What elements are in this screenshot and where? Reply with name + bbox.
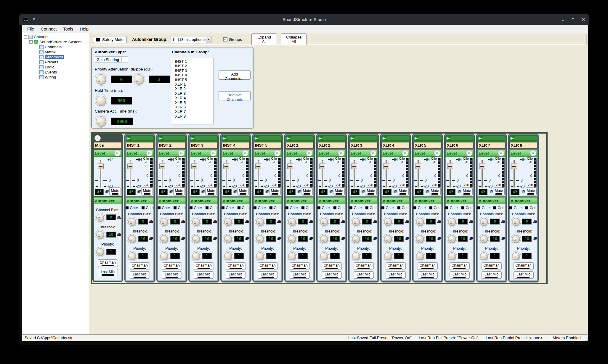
gate-indicator[interactable] [381, 206, 384, 209]
collapse-level-icon[interactable]: » [370, 150, 376, 156]
chairman-button[interactable]: Chairman [322, 262, 342, 270]
gate-indicator[interactable] [477, 206, 480, 209]
level-db-display[interactable]: 43 [479, 189, 487, 195]
threshold-value[interactable]: 10 [330, 236, 340, 242]
last-mic-button[interactable]: Last Mic [98, 269, 118, 276]
fader-handle[interactable] [479, 163, 485, 169]
hold-time-value[interactable]: 500 [111, 97, 132, 105]
threshold-value[interactable]: 10 [202, 236, 212, 242]
last-mic-button[interactable]: Last Mic [322, 271, 342, 279]
cam-indicator[interactable] [365, 206, 368, 209]
collapse-level-icon[interactable]: » [210, 150, 216, 156]
gate-indicator[interactable] [254, 206, 256, 209]
channel-list-item[interactable]: XLR 4 [172, 96, 214, 100]
threshold-knob[interactable] [255, 234, 265, 244]
threshold-knob[interactable] [159, 234, 169, 244]
close-icon[interactable]: ✕ [581, 17, 585, 22]
channels-in-group-list[interactable]: INST 1INST 2INST 3INST 4INST 5XLR 1XLR 2… [172, 58, 214, 124]
chairman-button[interactable]: Chairman [130, 262, 150, 270]
expander-icon[interactable]: - [24, 35, 27, 39]
fader-handle[interactable] [98, 163, 104, 169]
mute-button[interactable]: Mute [109, 187, 121, 195]
threshold-value[interactable]: 10 [298, 236, 308, 242]
threshold-knob[interactable] [447, 234, 457, 244]
level-db-display[interactable]: 43 [511, 189, 519, 195]
gate-indicator[interactable] [509, 206, 512, 209]
channel-bias-value[interactable]: 0 [522, 219, 532, 225]
fader-handle[interactable] [191, 163, 197, 169]
level-db-display[interactable]: 43 [255, 189, 264, 195]
fader-handle[interactable] [383, 163, 389, 169]
cam-indicator[interactable] [333, 206, 336, 209]
menu-tools[interactable]: Tools [60, 26, 76, 32]
collapse-level-icon[interactable]: » [434, 150, 440, 156]
fader-handle[interactable] [319, 163, 325, 169]
priority-knob[interactable] [127, 251, 137, 261]
gate-indicator[interactable] [317, 206, 320, 209]
priority-value[interactable]: 1 [330, 253, 340, 259]
channel-list-item[interactable]: INST 3 [172, 68, 214, 73]
priority-value[interactable]: 1 [106, 249, 116, 255]
channel-bias-knob[interactable] [127, 217, 137, 227]
chairman-button[interactable]: Chairman [418, 262, 438, 270]
channel-bias-knob[interactable] [191, 217, 201, 227]
threshold-knob[interactable] [191, 234, 201, 244]
threshold-knob[interactable] [415, 234, 425, 244]
threshold-knob[interactable] [127, 234, 137, 244]
last-mic-button[interactable]: Last Mic [226, 271, 246, 279]
cam-indicator[interactable] [238, 206, 240, 209]
last-mic-button[interactable]: Last Mic [354, 271, 374, 279]
cam-indicator[interactable] [461, 206, 464, 209]
channel-bias-value[interactable]: 0 [266, 219, 276, 225]
channel-bias-knob[interactable] [447, 217, 457, 227]
menu-connect[interactable]: Connect [37, 26, 60, 32]
level-db-display[interactable]: 43 [127, 189, 136, 195]
fader-handle[interactable] [159, 163, 165, 169]
chairman-button[interactable]: Chairman [386, 262, 406, 270]
channel-bias-value[interactable]: 0 [426, 219, 436, 225]
chairman-button[interactable]: Chairman [162, 262, 182, 270]
last-mic-button[interactable]: Last Mic [194, 271, 214, 279]
mute-button[interactable]: Mute [493, 187, 505, 195]
gate-indicator[interactable] [413, 206, 416, 209]
resize-grip[interactable] [583, 335, 588, 341]
gate-indicator[interactable] [126, 206, 129, 209]
mute-button[interactable]: Mute [173, 187, 185, 195]
channel-bias-value[interactable]: 0 [362, 219, 372, 225]
level-db-display[interactable]: 43 [447, 189, 455, 195]
chairman-button[interactable]: Chairman [194, 262, 214, 270]
last-mic-button[interactable]: Last Mic [258, 271, 278, 279]
priority-value[interactable]: 1 [138, 253, 148, 259]
threshold-value[interactable]: 10 [138, 236, 148, 242]
level-db-display[interactable]: 43 [383, 189, 392, 195]
threshold-value[interactable]: 10 [234, 236, 244, 242]
chairman-button[interactable]: Chairman [482, 262, 502, 270]
expander-icon[interactable]: - [29, 40, 33, 44]
mute-button[interactable]: Mute [205, 187, 217, 195]
priority-value[interactable]: 1 [490, 253, 500, 259]
tree-item-automixer[interactable]: Automixer [45, 55, 64, 59]
mute-button[interactable]: Mute [429, 187, 441, 195]
priority-attenuation-value[interactable]: 0 [111, 76, 132, 83]
priority-knob[interactable] [255, 251, 265, 261]
cam-indicator[interactable] [174, 206, 177, 209]
priority-knob[interactable] [415, 251, 425, 261]
channel-bias-value[interactable]: 0 [458, 219, 468, 225]
mute-button[interactable]: Mute [365, 187, 377, 195]
chairman-button[interactable]: Chairman [258, 262, 278, 270]
priority-value[interactable]: 1 [234, 253, 244, 259]
collapse-group-icon[interactable]: « [94, 135, 101, 141]
cam-indicator[interactable] [525, 206, 528, 209]
fader-handle[interactable] [223, 163, 229, 169]
cam-indicator[interactable] [206, 206, 208, 209]
threshold-value[interactable]: 10 [458, 236, 468, 242]
collapse-level-icon[interactable]: » [530, 150, 536, 156]
channel-bias-value[interactable]: 0 [138, 219, 148, 225]
automixer-group-select[interactable]: 1 - (13 microphones) ▼ [171, 36, 211, 43]
level-db-display[interactable]: 43 [191, 189, 200, 195]
mute-button[interactable]: Mute [397, 187, 409, 195]
channel-list-item[interactable]: INST 5 [172, 78, 214, 82]
tree-root[interactable]: Calturks [34, 35, 49, 39]
threshold-value[interactable]: 10 [490, 236, 500, 242]
fader-handle[interactable] [511, 163, 517, 169]
